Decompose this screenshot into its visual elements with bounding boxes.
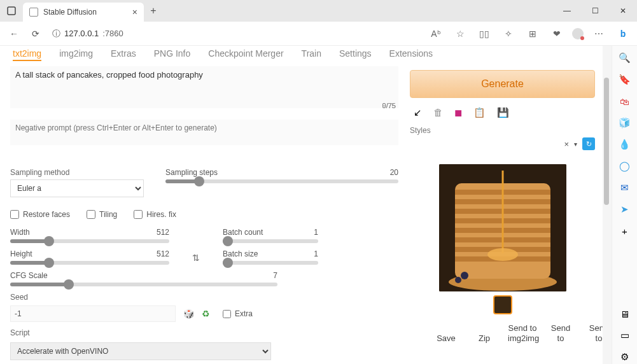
url-port: :7860 (102, 29, 123, 38)
output-thumbnail[interactable] (493, 295, 512, 314)
prompt-input[interactable]: A tall stack of pancakes, cropped food p… (10, 66, 398, 108)
negative-prompt-input[interactable] (10, 120, 398, 145)
sidebar-tag-icon[interactable]: 🔖 (618, 73, 632, 87)
edit-icon[interactable]: ↙ (414, 107, 422, 118)
profile-avatar[interactable] (572, 28, 584, 39)
svg-point-14 (455, 277, 461, 283)
sidebar-drop-icon[interactable]: 💧 (618, 137, 632, 151)
send-to-img2img-button[interactable]: Send toimg2img (508, 323, 537, 343)
hires-fix-checkbox[interactable]: Hires. fix (134, 210, 176, 219)
save-button[interactable]: Save (431, 333, 461, 344)
tab-title: Stable Diffusion (43, 8, 97, 17)
address-bar: ← ⟳ ⓘ 127.0.0.1:7860 Aᵇ ☆ ▯▯ ✧ ⊞ ❤ ⋯ b (0, 22, 637, 46)
browser-tab[interactable]: Stable Diffusion × (23, 3, 144, 22)
sidebar-computer-icon[interactable]: 🖥 (618, 307, 632, 321)
new-tab-button[interactable]: + (144, 0, 163, 22)
zip-button[interactable]: Zip (470, 333, 499, 344)
sidebar-add-icon[interactable]: + (618, 224, 632, 238)
seed-extra-checkbox[interactable]: Extra (223, 309, 253, 318)
extensions-icon[interactable]: ⊞ (524, 25, 542, 43)
height-slider[interactable] (10, 261, 169, 265)
sampling-steps-value: 20 (390, 168, 398, 177)
styles-clear-button[interactable]: × (564, 139, 569, 149)
scrollbar-thumb[interactable] (604, 78, 609, 205)
sampling-steps-label: Sampling steps (165, 168, 218, 177)
cfg-slider[interactable] (10, 283, 277, 286)
window-maximize-button[interactable]: ☐ (581, 0, 609, 22)
sidebar-office-icon[interactable]: ◯ (618, 159, 632, 173)
sidebar-search-icon[interactable]: 🔍 (618, 51, 632, 65)
app-tabs: txt2img img2img Extras PNG Info Checkpoi… (10, 46, 595, 62)
cfg-label: CFG Scale (10, 271, 48, 280)
sidebar-tools-icon[interactable]: 🧊 (618, 116, 632, 130)
tab-txt2img[interactable]: txt2img (13, 48, 41, 61)
favorite-icon[interactable]: ☆ (451, 25, 469, 43)
tab-checkpoint[interactable]: Checkpoint Merger (208, 48, 283, 61)
sidebar-book-icon[interactable]: ▭ (618, 328, 632, 342)
seed-random-button[interactable]: 🎲 (183, 309, 194, 319)
generate-button[interactable]: Generate (410, 70, 595, 98)
tab-close-icon[interactable]: × (132, 7, 137, 17)
window-titlebar: Stable Diffusion × + — ☐ ✕ (0, 0, 637, 22)
bing-icon[interactable]: b (614, 25, 632, 43)
trash-icon[interactable]: 🗑 (433, 107, 443, 118)
sidebar-outlook-icon[interactable]: ✉ (618, 181, 632, 195)
collections-icon[interactable]: ✧ (500, 25, 517, 43)
neg-token-count: 0/75 (382, 102, 396, 109)
tiling-checkbox[interactable]: Tiling (87, 210, 117, 219)
tab-actions-icon[interactable] (0, 0, 23, 22)
height-value: 512 (157, 249, 169, 258)
batch-count-slider[interactable] (223, 239, 318, 243)
styles-label: Styles (410, 126, 595, 135)
batch-size-label: Batch size (223, 249, 258, 258)
batch-count-label: Batch count (223, 228, 263, 237)
script-select[interactable]: Accelerate with OpenVINO (10, 342, 271, 360)
seed-input[interactable] (10, 305, 176, 322)
sampling-method-select[interactable]: Euler a (10, 179, 144, 197)
styles-refresh-button[interactable]: ↻ (582, 137, 595, 150)
window-minimize-button[interactable]: — (553, 0, 581, 22)
edge-sidebar: 🔍 🔖 🛍 🧊 💧 ◯ ✉ ➤ + 🖥 ▭ ⚙ (612, 46, 637, 364)
tab-extras[interactable]: Extras (111, 48, 136, 61)
favicon-icon (29, 8, 38, 17)
sampling-method-label: Sampling method (10, 168, 150, 177)
readaloud-icon[interactable]: Aᵇ (427, 25, 445, 43)
performance-icon[interactable]: ❤ (548, 25, 566, 43)
seed-reuse-button[interactable]: ♻ (202, 309, 210, 319)
svg-point-12 (487, 248, 518, 261)
sidebar-settings-icon[interactable]: ⚙ (618, 350, 632, 364)
width-slider[interactable] (10, 239, 169, 243)
seed-label: Seed (10, 293, 398, 302)
scrollbar[interactable] (603, 46, 612, 364)
tab-train[interactable]: Train (302, 48, 321, 61)
save-icon[interactable]: 💾 (497, 107, 509, 118)
tab-settings[interactable]: Settings (339, 48, 372, 61)
clipboard-icon[interactable]: 📋 (473, 107, 486, 118)
height-label: Height (10, 249, 32, 258)
tab-pnginfo[interactable]: PNG Info (154, 48, 191, 61)
sidebar-shopping-icon[interactable]: 🛍 (618, 94, 632, 108)
window-close-button[interactable]: ✕ (609, 0, 637, 22)
sidebar-send-icon[interactable]: ➤ (618, 202, 632, 216)
pancake-image-icon (439, 164, 566, 291)
swap-dims-button[interactable]: ⇅ (192, 253, 200, 263)
site-info-icon[interactable]: ⓘ (52, 28, 60, 39)
bookmark-icon[interactable]: ◼ (454, 107, 462, 118)
tab-extensions[interactable]: Extensions (389, 48, 433, 61)
send-to-inpaint-button[interactable]: Sendto (546, 323, 575, 343)
menu-icon[interactable]: ⋯ (590, 25, 608, 43)
url-host: 127.0.0.1 (64, 29, 99, 38)
restore-faces-checkbox[interactable]: Restore faces (10, 210, 70, 219)
batch-size-slider[interactable] (223, 261, 318, 265)
reading-list-icon[interactable]: ▯▯ (475, 25, 493, 43)
refresh-button[interactable]: ⟳ (27, 25, 45, 43)
output-image[interactable] (439, 164, 566, 291)
back-button[interactable]: ← (5, 25, 23, 43)
script-label: Script (10, 328, 398, 337)
tab-img2img[interactable]: img2img (59, 48, 93, 61)
url-display[interactable]: ⓘ 127.0.0.1:7860 (52, 28, 123, 39)
send-to-extras-button[interactable]: Sendto (584, 323, 603, 343)
width-value: 512 (157, 228, 169, 237)
styles-dropdown-caret[interactable]: ▾ (574, 141, 577, 148)
sampling-steps-slider[interactable] (165, 179, 398, 183)
